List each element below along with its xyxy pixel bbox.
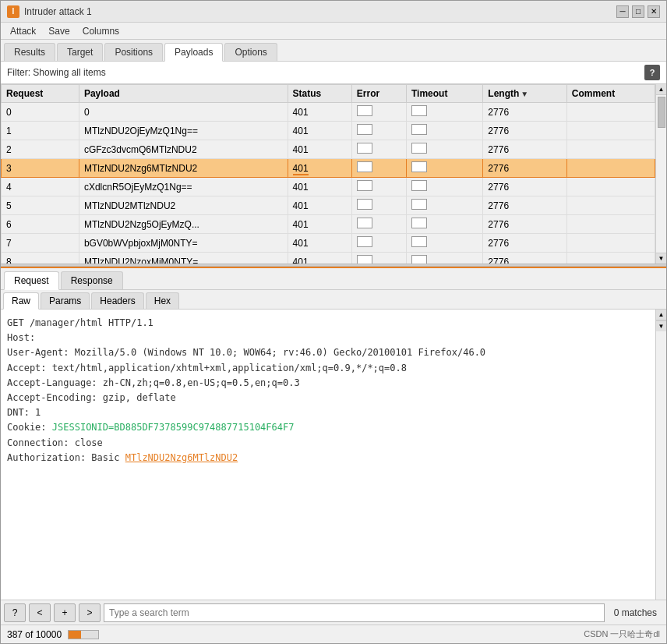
next-btn[interactable]: > (79, 603, 101, 622)
tab-results[interactable]: Results (4, 43, 55, 61)
timeout-checkbox[interactable] (411, 218, 427, 228)
error-checkbox[interactable] (357, 143, 372, 154)
tab-response[interactable]: Response (61, 271, 123, 289)
scroll-thumb[interactable] (658, 97, 665, 128)
sub-tab-headers[interactable]: Headers (91, 292, 143, 309)
help-button[interactable]: ? (644, 65, 660, 80)
tab-payloads[interactable]: Payloads (164, 43, 223, 62)
cell-5: 2776 (483, 140, 566, 159)
timeout-checkbox[interactable] (411, 199, 427, 210)
timeout-checkbox[interactable] (411, 124, 427, 135)
tab-request[interactable]: Request (4, 271, 59, 290)
request-scroll[interactable]: GET /manager/html HTTP/1.1 Host: User-Ag… (1, 310, 655, 600)
error-checkbox[interactable] (357, 218, 372, 228)
search-input[interactable] (104, 603, 605, 622)
timeout-checkbox[interactable] (411, 255, 427, 264)
error-checkbox[interactable] (357, 236, 372, 247)
minimize-button[interactable]: ─ (616, 5, 629, 18)
title-bar-left: I Intruder attack 1 (7, 5, 92, 18)
req-scroll-up[interactable]: ▲ (656, 310, 666, 320)
filter-text: Filter: Showing all items (7, 67, 106, 78)
timeout-checkbox[interactable] (411, 143, 427, 154)
col-error[interactable]: Error (351, 85, 406, 103)
sub-tab-params[interactable]: Params (41, 292, 90, 309)
table-scroll[interactable]: Request Payload Status Error Timeout Len… (1, 84, 655, 264)
table-row[interactable]: 3MTlzNDU2Nzg6MTlzNDU24012776 (2, 159, 655, 178)
cell-2: 401 (288, 178, 351, 196)
req-scroll-down[interactable]: ▼ (656, 320, 666, 331)
error-checkbox[interactable] (357, 105, 372, 116)
table-row[interactable]: 5MTlzNDU2MTlzNDU24012776 (2, 196, 655, 215)
main-tabs: Results Target Positions Payloads Option… (1, 40, 666, 62)
cell-5: 2776 (483, 234, 566, 253)
table-row[interactable]: 8MTlzNDU2NzoxMjM0NTY=4012776 (2, 253, 655, 264)
menu-columns[interactable]: Columns (76, 24, 125, 38)
req-line3: User-Agent: Mozilla/5.0 (Windows NT 10.0… (7, 345, 649, 360)
table-row[interactable]: 7bGV0bWVpbjoxMjM0NTY=4012776 (2, 234, 655, 253)
window-title: Intruder attack 1 (24, 6, 92, 17)
table-row[interactable]: 2cGFzc3dvcmQ6MTlzNDU24012776 (2, 140, 655, 159)
error-checkbox[interactable] (357, 180, 372, 191)
cell-5: 2776 (483, 215, 566, 234)
help-btn[interactable]: ? (4, 603, 26, 622)
cell-5: 2776 (483, 159, 566, 178)
timeout-checkbox[interactable] (411, 161, 427, 172)
cell-5: 2776 (483, 178, 566, 196)
add-btn[interactable]: + (54, 603, 76, 622)
watermark: CSDN 一只哈士奇dl (584, 628, 660, 640)
cell-2: 401 (288, 253, 351, 264)
table-row[interactable]: 4cXdlcnR5OjEyMzQ1Ng==4012776 (2, 178, 655, 196)
cell-4 (406, 196, 482, 215)
request-scrollbar[interactable]: ▲ ▼ (655, 310, 666, 600)
cell-2: 401 (288, 234, 351, 253)
menu-save[interactable]: Save (42, 24, 76, 38)
col-comment[interactable]: Comment (566, 85, 655, 103)
title-controls: ─ □ ✕ (616, 5, 660, 18)
scroll-up[interactable]: ▲ (656, 84, 666, 95)
cell-3 (351, 178, 406, 196)
error-checkbox[interactable] (357, 124, 372, 135)
cell-3 (351, 196, 406, 215)
cell-2: 401 (288, 196, 351, 215)
menu-attack[interactable]: Attack (4, 24, 42, 38)
timeout-checkbox[interactable] (411, 105, 427, 116)
cell-3 (351, 103, 406, 122)
cell-6 (566, 178, 655, 196)
table-row[interactable]: 004012776 (2, 103, 655, 122)
panel-tabs: Request Response (1, 268, 666, 290)
table-row[interactable]: 6MTlzNDU2Nzg5OjEyMzQ...4012776 (2, 215, 655, 234)
table-row[interactable]: 1MTlzNDU2OjEyMzQ1Ng==4012776 (2, 122, 655, 140)
col-length[interactable]: Length ▼ (483, 85, 566, 103)
sub-tab-raw[interactable]: Raw (3, 292, 39, 310)
req-line6: Accept-Encoding: gzip, deflate (7, 391, 649, 405)
maximize-button[interactable]: □ (632, 5, 644, 18)
cell-0: 3 (2, 159, 79, 178)
req-line4: Accept: text/html,application/xhtml+xml,… (7, 361, 649, 376)
tab-options[interactable]: Options (224, 43, 277, 61)
timeout-checkbox[interactable] (411, 180, 427, 191)
timeout-checkbox[interactable] (411, 236, 427, 247)
request-content: GET /manager/html HTTP/1.1 Host: User-Ag… (1, 310, 655, 472)
sub-tab-hex[interactable]: Hex (146, 292, 179, 309)
title-bar: I Intruder attack 1 ─ □ ✕ (1, 1, 666, 23)
prev-btn[interactable]: < (29, 603, 51, 622)
close-button[interactable]: ✕ (648, 5, 660, 18)
error-checkbox[interactable] (357, 161, 372, 172)
scroll-down[interactable]: ▼ (656, 253, 666, 264)
cell-0: 2 (2, 140, 79, 159)
error-checkbox[interactable] (357, 199, 372, 210)
tab-positions[interactable]: Positions (104, 43, 163, 61)
col-status[interactable]: Status (288, 85, 351, 103)
tab-target[interactable]: Target (57, 43, 103, 61)
table-scrollbar[interactable]: ▲ ▼ (655, 84, 666, 264)
col-timeout[interactable]: Timeout (406, 85, 482, 103)
error-checkbox[interactable] (357, 255, 372, 264)
req-line9: Connection: close (7, 436, 649, 451)
cell-3 (351, 140, 406, 159)
auth-value: MTlzNDU2Nzg6MTlzNDU2 (125, 452, 238, 463)
col-request[interactable]: Request (2, 85, 79, 103)
cell-5: 2776 (483, 103, 566, 122)
col-payload[interactable]: Payload (79, 85, 288, 103)
cell-4 (406, 253, 482, 264)
cell-6 (566, 253, 655, 264)
